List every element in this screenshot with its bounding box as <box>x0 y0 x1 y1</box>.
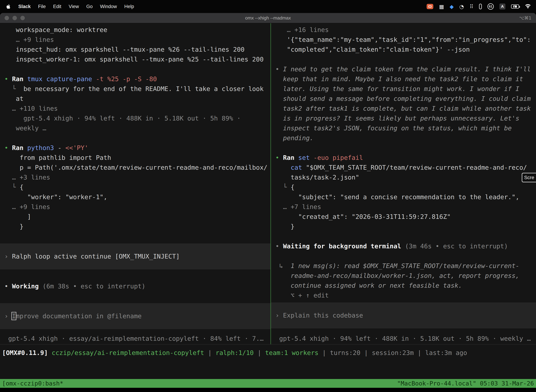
terminal-line: tasks/task-2.json" <box>275 173 536 182</box>
dots-grid-icon[interactable]: ⠿ <box>469 4 474 10</box>
screenshot-notification[interactable]: Scre <box>522 173 536 182</box>
composer-input-left[interactable]: › Improve documentation in @filename <box>0 303 270 329</box>
toggle-pill-icon[interactable] <box>479 4 482 9</box>
terminal-line: pending. <box>275 133 536 143</box>
menu-window[interactable]: Window <box>96 4 121 9</box>
terminal-line <box>275 143 536 153</box>
terminal-line: keep that in mind. Maybe I also need the… <box>275 74 536 84</box>
terminal-line <box>275 232 536 241</box>
omx-session-summary: [OMX#0.11.9] cczip/essay/ai-reimplementa… <box>2 349 536 356</box>
terminal-content: workspace_mode: worktree … +9 lines insp… <box>0 23 536 392</box>
terminal-line: ↳ 1 new msg(s): read $OMX_TEAM_STATE_ROO… <box>275 261 536 271</box>
terminal-line <box>275 54 536 64</box>
terminal-line: └ { <box>275 182 536 192</box>
terminal-line: task2 after task1 is complete, but can I… <box>275 104 536 113</box>
wifi-icon[interactable] <box>525 4 531 9</box>
working-status: • Working (6m 38s • esc to interrupt) <box>5 281 270 291</box>
blue-app-icon[interactable]: ◆ <box>450 4 454 10</box>
desktop: Slack File Edit View Go Window Help ▦ ◆ … <box>0 0 536 392</box>
recording-glyph <box>428 5 431 8</box>
composer-input-right[interactable]: › Explain this codebase <box>271 303 536 328</box>
menu-help[interactable]: Help <box>121 4 138 9</box>
terminal-line: continue assigned work or next feasible … <box>275 281 536 290</box>
terminal-line <box>5 232 270 241</box>
terminal-line <box>5 271 270 281</box>
zoom-button[interactable] <box>20 16 25 20</box>
terminal-line: cat "$OMX_TEAM_STATE_ROOT/team/review-cu… <box>275 163 536 173</box>
terminal-line: └ { <box>5 182 270 192</box>
terminal-line <box>5 64 270 74</box>
tmux-host-datetime: "MacBook-Pro-44.local" 05:03 31-Mar-26 <box>397 380 534 387</box>
terminal-line: … +3 lines <box>5 173 270 182</box>
terminal-line: } <box>275 222 536 232</box>
terminal-line: '{"team_name":"my-team","task_id":"1","f… <box>275 35 536 45</box>
menu-view[interactable]: View <box>65 4 83 9</box>
terminal-line: inspect_worker-1: omx sparkshell --tmux-… <box>5 54 270 64</box>
terminal-line: inspect task2's JSON, focusing on the st… <box>275 123 536 133</box>
screenshot-notification-label: Scre <box>524 175 534 180</box>
count-badge[interactable]: 61 <box>488 3 494 10</box>
tmux-session-window: [omx-cczip0:bash* <box>2 380 63 387</box>
terminal-line: from pathlib import Path <box>5 153 270 163</box>
menu-edit[interactable]: Edit <box>49 4 65 9</box>
traffic-lights <box>5 16 25 20</box>
omx-status-bar: [OMX#0.11.9] cczip/essay/ai-reimplementa… <box>0 344 536 362</box>
terminal-line: … +16 lines <box>275 25 536 35</box>
terminal-pane-right[interactable]: … +16 lines '{"team_name":"my-team","tas… <box>271 23 536 344</box>
close-button[interactable] <box>5 16 9 20</box>
terminal-line: gpt-5.4 xhigh · 94% left · 488K in · 5.1… <box>5 113 270 123</box>
waiting-status: • Waiting for background terminal (3m 46… <box>275 241 536 251</box>
terminal-line: workspace_mode: worktree <box>5 25 270 35</box>
terminal-line: "created_at": "2026-03-31T11:59:27.816Z" <box>275 212 536 222</box>
terminal-line <box>5 133 270 143</box>
command-ran-set: • Ran set -euo pipefail <box>275 153 536 163</box>
ralph-loop-input[interactable]: › Ralph loop active continue [OMX_TMUX_I… <box>0 243 270 269</box>
terminal-line: "completed","claim_token":"claim-token"}… <box>275 45 536 54</box>
terminal-line <box>275 251 536 261</box>
model-context-footer-right: gpt-5.4 xhigh · 94% left · 488K in · 5.1… <box>275 334 536 344</box>
terminal-line: … +110 lines <box>5 104 270 113</box>
terminal-line: └ be necessary for the end of the README… <box>5 84 270 94</box>
terminal-line: ⌥ + ↑ edit <box>275 290 536 300</box>
screen-recording-indicator[interactable] <box>427 4 433 9</box>
terminal-line: … +7 lines <box>275 202 536 212</box>
apple-icon <box>6 4 11 9</box>
menu-bar: Slack File Edit View Go Window Help ▦ ◆ … <box>0 0 536 13</box>
command-ran-tmux-capture: • Ran tmux capture-pane -t %25 -p -S -80 <box>5 74 270 84</box>
input-source-icon[interactable]: A <box>499 4 505 9</box>
terminal-line: readme-and-reco/mailbox/worker-1.json, a… <box>275 271 536 281</box>
terminal-line: ] <box>5 212 270 222</box>
keyboard-grid-icon[interactable]: ▦ <box>439 4 444 10</box>
tmux-panes: workspace_mode: worktree … +9 lines insp… <box>0 23 536 344</box>
app-menu-slack[interactable]: Slack <box>14 4 34 9</box>
tmux-status-bar: [omx-cczip0:bash* "MacBook-Pro-44.local"… <box>0 379 536 388</box>
terminal-line: should send a message before completing … <box>275 94 536 104</box>
terminal-line: "worker": "worker-1", <box>5 192 270 202</box>
command-ran-python3: • Ran python3 - <<'PY' <box>5 143 270 153</box>
terminal-line: inspect_hud: omx sparkshell --tmux-pane … <box>5 45 270 54</box>
terminal-blank-area <box>0 362 536 379</box>
window-title: omx --xhigh --madmax <box>0 15 536 21</box>
screen-bottom-edge <box>0 388 536 392</box>
terminal-line: p = Path('.omx/state/team/review-current… <box>5 163 270 173</box>
minimize-button[interactable] <box>13 16 17 20</box>
terminal-line: is in progress? It seems likely but perh… <box>275 113 536 123</box>
terminal-line: later. Using the same for transition mig… <box>275 84 536 94</box>
charging-bolt-icon <box>514 5 516 9</box>
model-context-footer-left: gpt-5.4 xhigh · essay/ai-reimplementatio… <box>5 334 270 344</box>
window-shortcut-hint: ⌥⌘1 <box>519 15 531 21</box>
terminal-line: "subject": "send a concise recommendatio… <box>275 192 536 202</box>
terminal-line: at <box>5 94 270 104</box>
terminal-line: } <box>5 222 270 232</box>
apple-menu[interactable] <box>5 4 14 9</box>
terminal-line <box>5 291 270 301</box>
clock-app-icon[interactable]: ◔ <box>459 4 464 10</box>
terminal-line: weekly … <box>5 123 270 133</box>
terminal-pane-left[interactable]: workspace_mode: worktree … +9 lines insp… <box>0 23 270 344</box>
terminal-line: … +9 lines <box>5 35 270 45</box>
window-titlebar[interactable]: omx --xhigh --madmax ⌥⌘1 <box>0 13 536 23</box>
battery-icon[interactable] <box>511 5 519 9</box>
thinking-text: • I need to get the claim token from the… <box>275 64 536 74</box>
menu-file[interactable]: File <box>34 4 50 9</box>
menu-go[interactable]: Go <box>83 4 96 9</box>
